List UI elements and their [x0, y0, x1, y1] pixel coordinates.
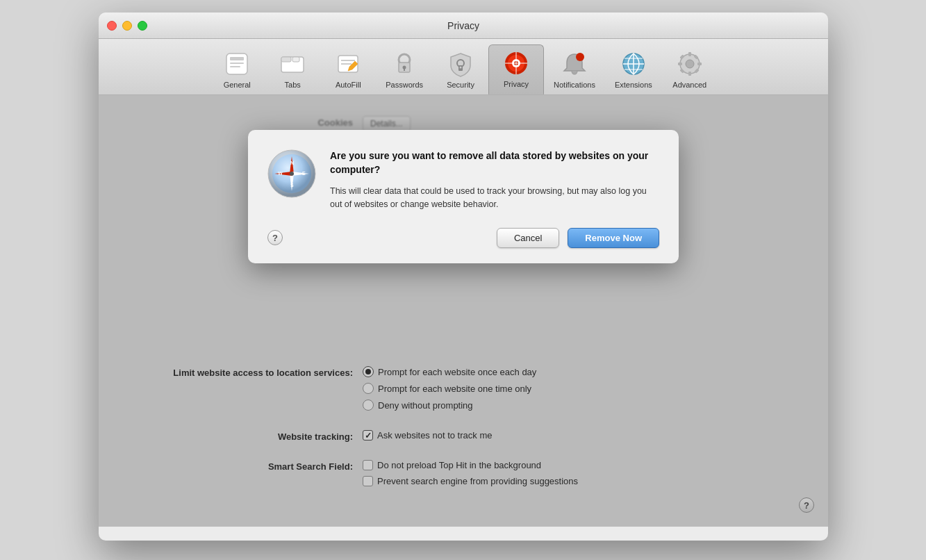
svg-rect-31 — [688, 52, 691, 56]
general-icon — [223, 50, 251, 78]
dialog-description: This will clear data that could be used … — [330, 185, 659, 211]
safari-preferences-window: Privacy General Tabs — [99, 13, 828, 541]
passwords-icon — [390, 50, 418, 78]
window-title: Privacy — [447, 20, 479, 31]
tab-extensions-label: Extensions — [615, 81, 652, 89]
remove-data-dialog: N S E W Are you sure you want to remove … — [248, 130, 679, 263]
advanced-icon — [676, 50, 704, 78]
svg-rect-34 — [697, 63, 702, 65]
dialog-help-button[interactable]: ? — [267, 230, 283, 245]
tab-tabs[interactable]: Tabs — [265, 46, 320, 94]
maximize-button[interactable] — [138, 21, 147, 31]
dialog-title: Are you sure you want to remove all data… — [330, 149, 659, 176]
privacy-content: Cookies Details... Block cookies and oth… — [99, 95, 828, 527]
tab-notifications[interactable]: Notifications — [544, 46, 605, 94]
close-button[interactable] — [107, 21, 117, 31]
svg-text:E: E — [302, 171, 306, 176]
svg-rect-2 — [230, 63, 244, 64]
svg-rect-1 — [230, 57, 244, 60]
safari-icon: N S E W — [267, 149, 316, 198]
privacy-icon — [502, 49, 530, 77]
svg-point-16 — [460, 67, 462, 69]
security-icon — [447, 50, 474, 78]
modal-overlay: N S E W Are you sure you want to remove … — [99, 95, 828, 527]
svg-rect-6 — [292, 57, 299, 62]
notifications-icon — [561, 50, 588, 78]
svg-point-30 — [686, 60, 694, 68]
svg-point-23 — [576, 53, 584, 61]
autofill-icon — [334, 50, 362, 78]
dialog-actions: Cancel Remove Now — [497, 228, 659, 248]
tab-general-label: General — [224, 81, 251, 89]
dialog-footer: ? Cancel Remove Now — [267, 228, 659, 248]
svg-point-45 — [290, 172, 294, 176]
tab-general[interactable]: General — [209, 46, 265, 94]
svg-text:W: W — [278, 171, 283, 176]
svg-text:N: N — [290, 160, 294, 165]
tab-autofill-label: AutoFill — [336, 81, 361, 89]
tab-security-label: Security — [447, 81, 474, 89]
dialog-body: N S E W Are you sure you want to remove … — [267, 149, 659, 211]
svg-rect-5 — [281, 57, 291, 62]
svg-rect-32 — [688, 72, 691, 76]
tab-security[interactable]: Security — [433, 46, 488, 94]
svg-point-12 — [403, 66, 406, 69]
cancel-button[interactable]: Cancel — [497, 228, 559, 248]
toolbar: General Tabs AutoFill — [99, 39, 828, 95]
traffic-lights — [107, 21, 147, 31]
tab-notifications-label: Notifications — [554, 81, 595, 89]
tab-extensions[interactable]: Extensions — [605, 46, 662, 94]
tab-privacy[interactable]: Privacy — [488, 44, 544, 94]
tab-advanced[interactable]: Advanced — [662, 46, 718, 94]
svg-text:S: S — [290, 183, 294, 188]
svg-rect-33 — [678, 63, 682, 65]
tabs-icon — [279, 50, 306, 78]
tab-advanced-label: Advanced — [672, 81, 706, 89]
titlebar: Privacy — [99, 13, 828, 39]
tab-passwords-label: Passwords — [386, 81, 423, 89]
svg-rect-3 — [230, 66, 240, 67]
minimize-button[interactable] — [122, 21, 132, 31]
tab-passwords[interactable]: Passwords — [376, 46, 433, 94]
dialog-text: Are you sure you want to remove all data… — [330, 149, 659, 211]
tab-autofill[interactable]: AutoFill — [320, 46, 376, 94]
tab-tabs-label: Tabs — [285, 81, 301, 89]
extensions-icon — [620, 50, 647, 78]
remove-now-button[interactable]: Remove Now — [568, 228, 659, 248]
tab-privacy-label: Privacy — [504, 80, 529, 88]
